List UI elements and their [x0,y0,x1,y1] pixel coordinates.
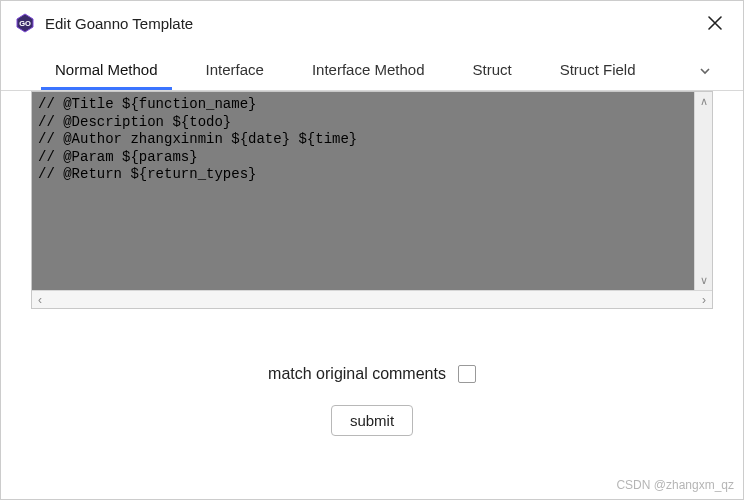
editor-body: // @Title ${function_name} // @Descripti… [32,92,712,290]
tab-interface-method[interactable]: Interface Method [298,53,439,90]
tab-struct[interactable]: Struct [459,53,526,90]
scroll-right-icon[interactable]: › [702,293,706,307]
tabs-overflow-button[interactable] [689,59,715,90]
scroll-left-icon[interactable]: ‹ [38,293,42,307]
editor-textarea[interactable]: // @Title ${function_name} // @Descripti… [32,92,694,290]
vertical-scrollbar[interactable]: ∧ ∨ [694,92,712,290]
tab-struct-field[interactable]: Struct Field [546,53,650,90]
scroll-down-icon[interactable]: ∨ [700,274,708,287]
close-icon[interactable] [701,9,729,37]
match-original-row: match original comments [1,365,743,383]
template-editor: // @Title ${function_name} // @Descripti… [31,91,713,309]
submit-button[interactable]: submit [331,405,413,436]
scroll-up-icon[interactable]: ∧ [700,95,708,108]
match-original-checkbox[interactable] [458,365,476,383]
titlebar: GO Edit Goanno Template [1,1,743,45]
match-original-label: match original comments [268,365,446,383]
tabs: Normal Method Interface Interface Method… [1,51,743,91]
tab-normal-method[interactable]: Normal Method [41,53,172,90]
app-icon: GO [15,13,35,33]
dialog-window: GO Edit Goanno Template Normal Method In… [0,0,744,500]
submit-row: submit [1,405,743,436]
window-title: Edit Goanno Template [45,15,701,32]
horizontal-scrollbar[interactable]: ‹ › [32,290,712,308]
tab-interface[interactable]: Interface [192,53,278,90]
svg-text:GO: GO [19,19,31,28]
